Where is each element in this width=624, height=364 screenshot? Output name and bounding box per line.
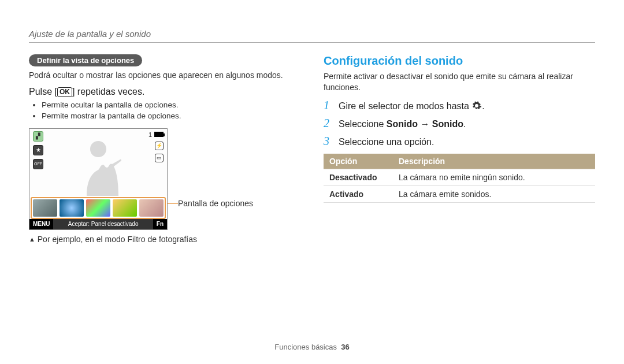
step-bold: Sonido: [387, 119, 418, 129]
landscape-icon: ▞: [33, 131, 43, 142]
step-number: 1: [324, 99, 333, 112]
step-pre: Gire el selector de modos hasta: [339, 101, 471, 111]
caption-text: Por ejemplo, en el modo Filtro de fotogr…: [38, 235, 197, 244]
right-column: Configuración del sonido Permite activar…: [324, 54, 595, 244]
screenshot-bottom-bar: MENU Aceptar: Panel desactivado Fn: [29, 219, 167, 229]
col-option: Opción: [324, 154, 393, 169]
size-icon: ▭: [155, 154, 164, 162]
page-number: 36: [341, 343, 349, 351]
step-2: 2 Seleccione Sonido → Sonido.: [324, 117, 595, 130]
triangle-up-icon: ▲: [29, 236, 35, 243]
star-icon: ★: [33, 145, 43, 155]
callout-line: [168, 203, 178, 223]
options-table: Opción Descripción Desactivado La cámara…: [324, 154, 595, 203]
thumb: [86, 199, 110, 217]
step-1: 1 Gire el selector de modos hasta .: [324, 99, 595, 112]
page-footer: Funciones básicas 36: [0, 343, 624, 351]
section-pill: Definir la vista de opciones: [29, 54, 142, 66]
camera-screenshot: ▞ ★ OFF 1 ⚡ ▭: [29, 128, 168, 230]
cell-option: Desactivado: [324, 169, 393, 185]
instruction-pre: Pulse [: [29, 87, 57, 96]
step-number: 3: [324, 135, 333, 148]
cell-description: La cámara no emite ningún sonido.: [393, 169, 595, 185]
counter: 1: [148, 131, 152, 138]
arrow-icon: →: [418, 119, 432, 129]
screenshot-with-callout: ▞ ★ OFF 1 ⚡ ▭: [29, 128, 300, 230]
table-row: Desactivado La cámara no emite ningún so…: [324, 169, 595, 185]
step-post: .: [482, 101, 484, 111]
thumb: [60, 199, 84, 217]
step-bold: Sonido: [432, 119, 463, 129]
thumb: [139, 199, 164, 217]
gear-icon: [471, 101, 482, 111]
right-icon-column: ⚡ ▭: [155, 142, 164, 162]
person-silhouette-icon: [69, 135, 127, 196]
battery-icon: [154, 132, 164, 137]
off-icon: OFF: [33, 159, 43, 169]
page-header: Ajuste de la pantalla y el sonido: [29, 29, 595, 39]
footer-section: Funciones básicas: [274, 343, 337, 351]
thumb: [113, 199, 137, 217]
step-text: Seleccione Sonido → Sonido.: [339, 119, 466, 129]
pulse-instruction: Pulse [OK] repetidas veces.: [29, 87, 300, 97]
left-bullets: Permite ocultar la pantalla de opciones.…: [42, 101, 300, 120]
fn-button: Fn: [153, 219, 167, 229]
step-3: 3 Seleccione una opción.: [324, 135, 595, 148]
ok-icon: OK: [57, 87, 72, 97]
left-intro: Podrá ocultar o mostrar las opciones que…: [29, 70, 300, 81]
top-right-status: 1: [148, 131, 164, 138]
content-columns: Definir la vista de opciones Podrá ocult…: [29, 54, 595, 244]
bullet-item: Permite mostrar la pantalla de opciones.: [42, 112, 300, 120]
table-row: Activado La cámara emite sonidos.: [324, 185, 595, 202]
right-intro: Permite activar o desactivar el sonido q…: [324, 71, 595, 93]
step-number: 2: [324, 117, 333, 130]
screenshot-scene: ▞ ★ OFF 1 ⚡ ▭: [29, 129, 167, 196]
flash-icon: ⚡: [155, 142, 164, 150]
left-column: Definir la vista de opciones Podrá ocult…: [29, 54, 300, 244]
callout-label: Pantalla de opciones: [178, 199, 253, 208]
step-post: .: [463, 119, 466, 129]
sound-config-title: Configuración del sonido: [324, 54, 595, 68]
table-header-row: Opción Descripción: [324, 154, 595, 169]
steps-list: 1 Gire el selector de modos hasta . 2 Se…: [324, 99, 595, 148]
screenshot-caption: ▲ Por ejemplo, en el modo Filtro de foto…: [29, 235, 300, 244]
header-rule: [29, 42, 595, 43]
thumb: [33, 199, 57, 217]
col-description: Descripción: [393, 154, 595, 169]
cell-description: La cámara emite sonidos.: [393, 185, 595, 202]
step-text: Gire el selector de modos hasta .: [339, 101, 485, 112]
bullet-item: Permite ocultar la pantalla de opciones.: [42, 101, 300, 109]
menu-button: MENU: [29, 219, 53, 229]
cell-option: Activado: [324, 185, 393, 202]
step-pre: Seleccione: [339, 119, 387, 129]
step-text: Seleccione una opción.: [339, 137, 434, 147]
instruction-post: ] repetidas veces.: [72, 87, 144, 96]
bar-mid-label: Aceptar: Panel desactivado: [53, 221, 153, 227]
left-icon-column: ▞ ★ OFF: [33, 131, 43, 169]
options-panel: [31, 197, 166, 219]
